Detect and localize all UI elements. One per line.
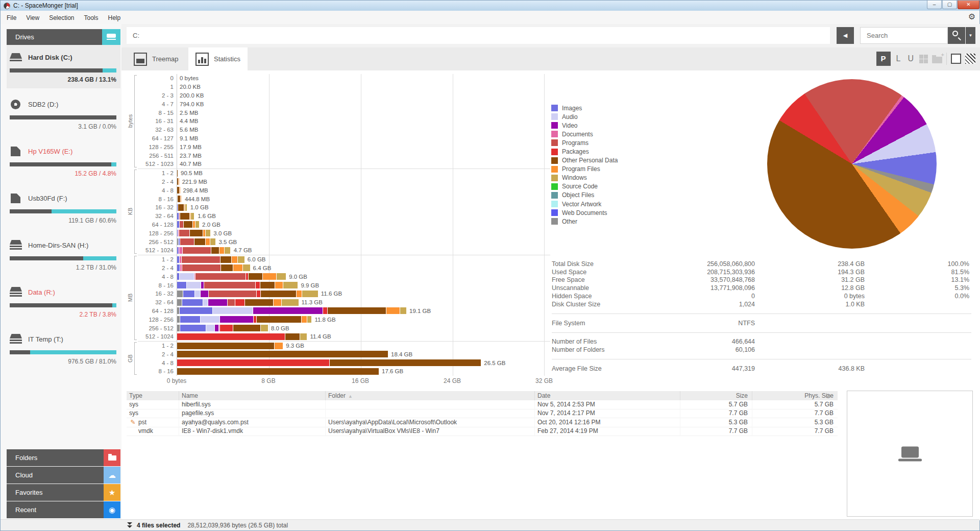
column-header-size[interactable]: Size (680, 391, 752, 400)
sidebar-panels: FoldersCloud☁Favorites★Recent◉ (7, 449, 120, 518)
file-name: hiberfil.sys (179, 400, 326, 409)
drive-item[interactable]: Data (R:)2.2 TB / 3.8% (7, 280, 120, 323)
row-total-label: 17.6 GB (382, 368, 403, 374)
drive-item[interactable]: Home-Dirs-SAN (H:)1.2 TB / 31.0% (7, 233, 120, 276)
stats-separator (552, 313, 971, 314)
file-folder (326, 409, 535, 418)
sidebar-panel-folders[interactable]: Folders (7, 449, 120, 466)
memory-card-icon (10, 193, 22, 203)
histogram-row: 4 - 7794.0 KB (138, 100, 550, 108)
tab-treemap[interactable]: Treemap (127, 47, 186, 70)
stat-bytes-value: 256,058,060,800 (689, 260, 755, 268)
file-date: Nov 5, 2014 2:53 PM (535, 400, 680, 409)
legend-label: Programs (562, 139, 589, 147)
legend-swatch (551, 122, 558, 129)
histogram-section-bytes: bytes00 bytes120.0 KB2 - 3200.0 KB4 - 77… (127, 74, 550, 168)
tab-bar: Treemap Statistics P L U (121, 47, 980, 70)
drive-usage-bar (10, 350, 116, 354)
menu-item-selection[interactable]: Selection (49, 14, 74, 21)
panel-label: Folders (7, 454, 104, 462)
stats-row: Total Disk Size256,058,060,800238.4 GB10… (552, 260, 971, 268)
drives-panel-header[interactable]: Drives (7, 29, 120, 45)
plain-style-button[interactable] (951, 54, 961, 64)
file-row[interactable]: ✎pstayahya@qualys.com.pstUsers\ayahya\Ap… (127, 418, 838, 427)
stat-percent-value: 5.3% (865, 284, 969, 292)
bar-segment-aud (180, 273, 194, 280)
menu-item-help[interactable]: Help (108, 14, 121, 21)
drive-item[interactable]: Hp V165W (E:)15.2 GB / 4.8% (7, 139, 120, 182)
stat-bytes-value: 1,024 (689, 301, 755, 308)
file-row[interactable]: ⚙syspagefile.sysNov 7, 2014 2:17 PM7.7 G… (127, 409, 838, 419)
close-button[interactable]: ✕ (958, 1, 979, 9)
sidebar-panel-favorites[interactable]: Favorites★ (7, 484, 120, 501)
bar-segment-opd (249, 273, 263, 280)
histogram-row: 16 - 3211.6 GB (138, 289, 550, 298)
back-button[interactable]: ◀ (837, 27, 854, 44)
stats-separator (552, 359, 971, 359)
selection-count: 4 files selected (137, 522, 180, 529)
sidebar-panel-recent[interactable]: Recent◉ (7, 501, 120, 518)
stat-bytes-value: 0 (689, 293, 755, 300)
drive-item[interactable]: SDB2 (D:)3.1 GB / 0.0% (7, 92, 120, 135)
search-input[interactable] (860, 27, 948, 44)
bar-segment-img (180, 307, 213, 314)
drive-item[interactable]: IT Temp (T:)976.5 GB / 81.0% (7, 327, 120, 370)
legend-label: Vector Artwork (562, 201, 601, 208)
grid-view-icon[interactable] (919, 55, 928, 63)
search-button[interactable] (948, 27, 965, 44)
bar-segment-prg (209, 291, 257, 297)
logical-size-button[interactable]: L (895, 54, 902, 63)
new-folder-icon[interactable] (932, 57, 942, 63)
drive-item[interactable]: Usb30Fd (F:)119.1 GB / 60.6% (7, 186, 120, 229)
drive-item[interactable]: Hard Disk (C:)238.4 GB / 13.1% (7, 45, 120, 88)
minimize-button[interactable]: – (927, 1, 942, 9)
search-dropdown-button[interactable]: ▼ (966, 27, 975, 44)
column-header-type[interactable]: Type (127, 391, 179, 400)
stat-bytes-value: 447,319 (689, 365, 755, 372)
bar-segment-pf (232, 256, 238, 263)
row-total-label: 4.7 GB (234, 247, 252, 253)
file-row[interactable]: ⚙syshiberfil.sysNov 5, 2014 2:53 PM5.7 G… (127, 400, 838, 409)
record-icon: ◉ (104, 501, 120, 518)
tab-statistics[interactable]: Statistics (188, 47, 248, 70)
bar-segment-pf (219, 247, 225, 254)
file-folder: Users\ayahya\VirtualBox VMs\IE8 - Win7 (326, 427, 535, 436)
physical-size-button[interactable]: P (876, 52, 891, 66)
legend-swatch (551, 175, 558, 181)
unit-label: MB (127, 282, 133, 313)
double-chevron-down-icon[interactable] (127, 522, 132, 528)
hatched-style-button[interactable] (965, 54, 975, 64)
column-header-folder[interactable]: Folder▲ (326, 391, 535, 400)
legend-label: Source Code (562, 183, 598, 190)
address-input[interactable]: C: (127, 27, 830, 44)
histogram-row: 256 - 5128.0 GB (138, 324, 550, 332)
row-total-label: 19.1 GB (409, 308, 431, 314)
column-header-name[interactable]: Name (179, 391, 326, 400)
maximize-button[interactable]: ▢ (942, 1, 957, 9)
stats-row: Disk Cluster Size1,0241.0 KB (552, 300, 971, 308)
bar-segment-pf (180, 187, 181, 194)
row-total-label: 9.9 GB (301, 282, 319, 288)
settings-gear-icon[interactable]: ⚙ (968, 12, 975, 21)
statistics-view: bytes00 bytes120.0 KB2 - 3200.0 KB4 - 77… (121, 70, 980, 520)
bar-segment-aud (187, 282, 201, 288)
menu-item-tools[interactable]: Tools (84, 14, 99, 21)
histogram-row: 256 - 5123.5 GB (138, 237, 550, 246)
row-total-label: 17.9 MB (180, 144, 202, 150)
row-total-label: 6.4 GB (253, 265, 272, 271)
legend-item: Object Files (551, 191, 618, 200)
column-header-date[interactable]: Date (535, 391, 680, 400)
unit-label: GB (127, 343, 133, 374)
file-phys-size: 5.3 GB (752, 418, 838, 427)
unique-size-button[interactable]: U (906, 54, 915, 63)
bar-segment-oth (177, 291, 183, 297)
file-row[interactable]: vmdkIE8 - Win7-disk1.vmdkUsers\ayahya\Vi… (127, 427, 838, 437)
drive-size-info: 2.2 TB / 3.8% (10, 311, 116, 318)
menu-item-view[interactable]: View (26, 14, 39, 21)
row-total-label: 26.5 GB (484, 360, 505, 366)
legend-swatch (551, 113, 558, 120)
menu-item-file[interactable]: File (7, 14, 16, 21)
bar-segment-pf (275, 343, 283, 349)
sidebar-panel-cloud[interactable]: Cloud☁ (7, 467, 120, 484)
stat-label: Total Disk Size (552, 260, 689, 268)
